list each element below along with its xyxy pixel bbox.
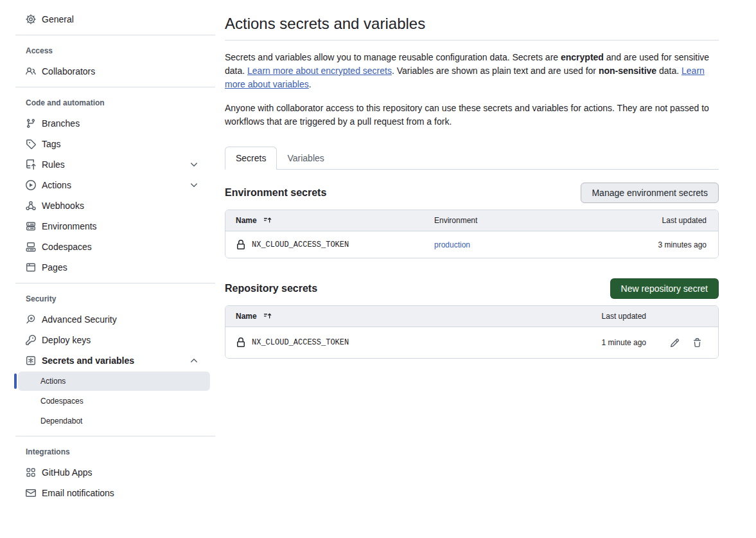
intro-text: Secrets and variables allow you to manag… <box>225 52 561 62</box>
chevron-down-icon <box>189 159 199 170</box>
tab-variables[interactable]: Variables <box>277 147 334 170</box>
sidebar-subitem-dependabot[interactable]: Dependabot <box>18 411 210 431</box>
tag-icon <box>26 139 36 149</box>
sidebar-subitem-codespaces[interactable]: Codespaces <box>18 391 210 411</box>
sidebar-item-environments[interactable]: Environments <box>0 216 215 237</box>
sidebar-subitem-label: Codespaces <box>40 397 84 406</box>
column-header-last-updated: Last updated <box>550 312 646 321</box>
column-header-environment: Environment <box>434 216 609 225</box>
sidebar-subitem-label: Actions <box>40 377 66 386</box>
git-branch-icon <box>26 118 36 129</box>
sort-ascending-icon <box>263 216 272 225</box>
environment-cell: production <box>434 240 609 249</box>
intro-text: . Variables are shown as plain text and … <box>392 66 599 76</box>
sidebar-subitem-actions[interactable]: Actions <box>18 372 210 391</box>
webhook-icon <box>26 201 36 211</box>
sidebar-item-rules[interactable]: Rules <box>0 154 215 175</box>
manage-environment-secrets-button[interactable]: Manage environment secrets <box>581 183 719 203</box>
play-icon <box>26 180 36 190</box>
repo-push-icon <box>26 159 36 170</box>
sidebar-item-collaborators[interactable]: Collaborators <box>0 61 215 82</box>
secret-name-cell: NX_CLOUD_ACCESS_TOKEN <box>225 240 434 250</box>
sort-ascending-icon <box>263 312 272 321</box>
last-updated-cell: 3 minutes ago <box>609 240 718 249</box>
sidebar-item-label: General <box>42 14 74 24</box>
active-indicator <box>14 373 17 389</box>
server-icon <box>26 221 36 231</box>
intro-bold: non-sensitive <box>599 66 656 76</box>
sidebar-item-label: Rules <box>42 159 65 170</box>
chevron-down-icon <box>189 180 199 190</box>
sidebar-item-label: Tags <box>42 139 61 149</box>
repository-secrets-table: Name Last updated NX_CLOUD_ACCESS_TOKEN … <box>225 305 719 359</box>
repository-secret-row: NX_CLOUD_ACCESS_TOKEN 1 minute ago <box>225 327 718 358</box>
gear-icon <box>26 14 36 24</box>
lock-icon <box>236 240 246 250</box>
last-updated-cell: 1 minute ago <box>550 338 646 347</box>
environment-secret-row: NX_CLOUD_ACCESS_TOKEN production 3 minut… <box>225 231 718 258</box>
sidebar-item-label: Email notifications <box>42 488 114 498</box>
sidebar-item-email-notifications[interactable]: Email notifications <box>0 483 215 503</box>
sidebar-divider <box>15 87 215 87</box>
sidebar-item-actions[interactable]: Actions <box>0 175 215 195</box>
environment-secrets-header: Environment secrets Manage environment s… <box>225 183 719 203</box>
sidebar-divider <box>15 436 215 436</box>
key-icon <box>26 335 36 345</box>
environment-secrets-table-header: Name Environment Last updated <box>225 210 718 231</box>
page-title: Actions secrets and variables <box>225 14 719 33</box>
secret-name: NX_CLOUD_ACCESS_TOKEN <box>252 240 349 249</box>
sidebar-item-codespaces[interactable]: Codespaces <box>0 237 215 257</box>
sidebar-item-secrets-and-variables[interactable]: Secrets and variables <box>0 350 215 371</box>
sidebar-item-label: GitHub Apps <box>42 467 92 478</box>
sidebar-item-label: Branches <box>42 118 80 129</box>
sidebar-item-label: Secrets and variables <box>42 355 134 366</box>
environment-secrets-table: Name Environment Last updated NX_CLOUD_A… <box>225 210 719 258</box>
mail-icon <box>26 488 36 498</box>
repository-secrets-table-header: Name Last updated <box>225 306 718 327</box>
sidebar-item-tags[interactable]: Tags <box>0 134 215 154</box>
sidebar-item-label: Codespaces <box>42 242 92 252</box>
sidebar-section-security: Security <box>0 289 215 309</box>
sidebar-item-label: Advanced Security <box>42 314 117 325</box>
sidebar-divider <box>15 35 215 35</box>
intro-paragraph-2: Anyone with collaborator access to this … <box>225 102 719 129</box>
apps-icon <box>26 467 36 478</box>
main-content: Actions secrets and variables Secrets an… <box>225 0 719 359</box>
delete-secret-button[interactable] <box>692 338 702 348</box>
sidebar-item-label: Collaborators <box>42 66 95 76</box>
new-repository-secret-button[interactable]: New repository secret <box>610 278 719 299</box>
sidebar-section-access: Access <box>0 40 215 61</box>
settings-sidebar: General Access Collaborators Code and au… <box>0 0 215 503</box>
column-header-name[interactable]: Name <box>225 312 550 321</box>
sidebar-item-label: Environments <box>42 221 97 231</box>
sidebar-item-label: Deploy keys <box>42 335 91 345</box>
sidebar-divider <box>15 283 215 283</box>
sidebar-item-label: Pages <box>42 262 67 273</box>
sidebar-item-branches[interactable]: Branches <box>0 113 215 134</box>
learn-more-encrypted-secrets-link[interactable]: Learn more about encrypted secrets <box>247 66 392 76</box>
intro-text: . <box>309 79 312 89</box>
intro-text: data. <box>656 66 681 76</box>
sidebar-item-label: Webhooks <box>42 201 84 211</box>
sidebar-item-github-apps[interactable]: GitHub Apps <box>0 462 215 483</box>
pencil-icon <box>670 338 680 348</box>
column-header-name[interactable]: Name <box>225 216 434 225</box>
secret-name-cell: NX_CLOUD_ACCESS_TOKEN <box>225 337 550 348</box>
tab-secrets[interactable]: Secrets <box>225 147 277 170</box>
codescan-icon <box>26 314 36 325</box>
intro-bold: encrypted <box>561 52 604 62</box>
sidebar-item-deploy-keys[interactable]: Deploy keys <box>0 330 215 350</box>
people-icon <box>26 66 36 76</box>
sidebar-item-pages[interactable]: Pages <box>0 257 215 278</box>
intro-paragraph-1: Secrets and variables allow you to manag… <box>225 51 719 91</box>
sidebar-item-general[interactable]: General <box>0 9 215 30</box>
environment-link[interactable]: production <box>434 240 470 249</box>
sidebar-item-advanced-security[interactable]: Advanced Security <box>0 309 215 330</box>
title-divider <box>225 40 719 40</box>
sidebar-item-webhooks[interactable]: Webhooks <box>0 195 215 216</box>
codespaces-icon <box>26 242 36 252</box>
repository-secrets-header: Repository secrets New repository secret <box>225 278 719 299</box>
edit-secret-button[interactable] <box>670 338 680 348</box>
chevron-up-icon <box>189 355 199 366</box>
sidebar-subitem-label: Dependabot <box>40 417 82 426</box>
